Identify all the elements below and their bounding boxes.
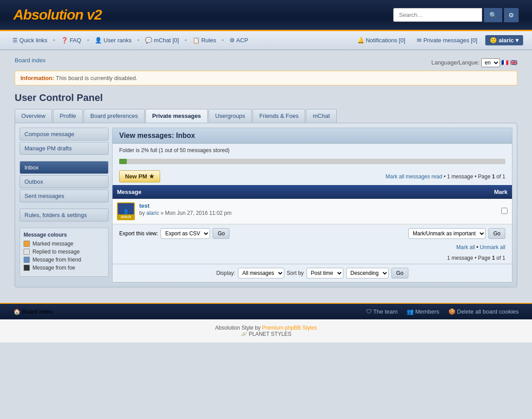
sidebar: Compose message Manage PM drafts Inbox O… [20, 128, 109, 282]
mark-all-read-link[interactable]: Mark all messages read [386, 173, 442, 180]
footer-team-link[interactable]: 🛡 The team [366, 308, 398, 315]
footer-delete-cookies-link[interactable]: 🍪 Delete all board cookies [448, 308, 519, 315]
inner-panel: View messages: Inbox Folder is 2% full (… [112, 128, 512, 282]
replied-label: Replied to message [32, 249, 80, 255]
rules-folders-link[interactable]: Rules, folders & settings [20, 209, 109, 222]
footer-board-index-link[interactable]: 🏠 Board index [13, 308, 53, 315]
sort-label: Sort by [287, 270, 304, 276]
view-header: View messages: Inbox [113, 128, 512, 144]
mark-go-button[interactable]: Go [488, 228, 505, 239]
nav-item-userranks[interactable]: 👤 User ranks [91, 35, 135, 46]
msg-count-bottom: 1 message • Page 1 of 1 [113, 252, 512, 264]
nav-notifications[interactable]: 🔔 Notifications [0] [354, 35, 409, 46]
navbar: ☰ Quick links • ❓ FAQ • 👤 User ranks • 💬… [0, 31, 532, 50]
tabs: Overview Profile Board preferences Priva… [15, 109, 517, 123]
flag-gb-icon: 🇬🇧 [510, 59, 517, 66]
col-mark: Mark [485, 185, 512, 199]
pm-toolbar: New PM ★ Mark all messages read • 1 mess… [113, 168, 512, 185]
mark-controls: Mark/Unmark as important Go [408, 228, 505, 239]
message-by: by alaric » Mon Jun 27, 2016 11:02 pm [139, 210, 231, 216]
export-select[interactable]: Export as CSV [161, 228, 210, 239]
message-subject: test [139, 202, 231, 209]
author-link[interactable]: alaric [146, 210, 159, 216]
tab-friends-foes[interactable]: Friends & Foes [253, 109, 305, 123]
friend-swatch [24, 257, 30, 263]
footer-members-link[interactable]: 👥 Members [407, 308, 439, 315]
search-input[interactable] [393, 8, 482, 22]
logo-version: v2 [87, 7, 102, 23]
mark-unmark-select[interactable]: Mark/Unmark as important [408, 228, 486, 239]
manage-drafts-link[interactable]: Manage PM drafts [20, 142, 109, 155]
message-subject-link[interactable]: test [139, 202, 149, 209]
tab-board-preferences[interactable]: Board preferences [84, 109, 145, 123]
colour-foe: Message from foe [24, 265, 105, 271]
search-advanced-button[interactable]: ⚙ [504, 8, 519, 22]
nav-item-quicklinks[interactable]: ☰ Quick links [9, 35, 51, 46]
team-icon: 🛡 [366, 308, 372, 315]
search-button[interactable]: 🔍 [484, 8, 502, 22]
export-controls: Export this view: Export as CSV Go [119, 228, 230, 239]
gold-badge: GOLD [118, 214, 134, 219]
tab-private-messages[interactable]: Private messages [145, 109, 208, 123]
sidebar-folders: Inbox Outbox Sent messages [20, 161, 109, 202]
friend-label: Message from friend [32, 257, 81, 263]
new-pm-label: New PM [125, 173, 147, 180]
tab-mchat[interactable]: mChat [306, 109, 336, 123]
lang-select[interactable]: en [481, 58, 500, 67]
message-info: test by alaric » Mon Jun 27, 2016 11:02 … [139, 202, 231, 216]
view-title: View messages: Inbox [119, 132, 195, 139]
footer-members-label: Members [415, 308, 439, 315]
export-label: Export this view: [119, 230, 158, 237]
msg-colours-title: Message colours [24, 232, 105, 238]
outbox-link[interactable]: Outbox [20, 175, 109, 188]
display-select[interactable]: All messages [238, 268, 284, 278]
foe-swatch [24, 265, 30, 271]
marked-swatch [24, 241, 30, 247]
progress-bar-wrap [119, 159, 505, 164]
order-select[interactable]: Descending [346, 268, 389, 278]
logo-main: Absolution [13, 7, 83, 23]
mark-checkbox[interactable] [501, 208, 508, 214]
table-header-row: Message Mark [113, 185, 512, 199]
table-row: 👤 GOLD test by alaric » Mon Jun 27 [113, 199, 512, 224]
inbox-link[interactable]: Inbox [20, 161, 109, 174]
user-menu[interactable]: 🙂 alaric ▾ [485, 35, 523, 45]
nav-item-mchat[interactable]: 💬 mChat [0] [141, 35, 182, 46]
language-selector: Language/Langue: en 🇫🇷 🇬🇧 [431, 58, 517, 67]
tab-overview[interactable]: Overview [15, 109, 52, 123]
folder-info: Folder is 2% full (1 out of 50 messages … [113, 144, 512, 157]
display-go-button[interactable]: Go [391, 268, 408, 278]
mark-all-link[interactable]: Mark all [456, 244, 475, 250]
footer-bottom: Absolution Style by Premium phpBB Styles… [0, 319, 532, 342]
style-by-label: Absolution Style by [215, 325, 261, 331]
search-area: 🔍 ⚙ [393, 8, 519, 22]
premium-styles-link[interactable]: Premium phpBB Styles [262, 325, 317, 331]
page-title: User Control Panel [15, 92, 517, 104]
nav-item-faq[interactable]: ❓ FAQ [57, 35, 85, 46]
sort-select[interactable]: Post time [306, 268, 343, 278]
tab-profile[interactable]: Profile [53, 109, 83, 123]
footer-team-label: The team [373, 308, 398, 315]
cookie-icon: 🍪 [448, 308, 455, 315]
new-pm-button[interactable]: New PM ★ [119, 170, 160, 182]
message-main: View messages: Inbox Folder is 2% full (… [112, 128, 512, 282]
username-label: alaric [499, 37, 514, 44]
foe-label: Message from foe [32, 265, 75, 271]
message-colours: Message colours Marked message Replied t… [20, 228, 109, 277]
colour-friend: Message from friend [24, 257, 105, 263]
export-go-button[interactable]: Go [213, 228, 230, 239]
footer-right: 🛡 The team 👥 Members 🍪 Delete all board … [366, 308, 519, 315]
info-box: Information: This board is currently dis… [15, 71, 517, 85]
info-prefix: Information: [20, 75, 54, 81]
logo[interactable]: Absolution v2 [13, 7, 102, 23]
sent-messages-link[interactable]: Sent messages [20, 189, 109, 202]
nav-item-rules[interactable]: 📋 Rules [189, 35, 220, 46]
breadcrumb-link[interactable]: Board index [15, 57, 45, 64]
nav-private-messages[interactable]: ✉ Private messages [0] [413, 35, 481, 46]
unmark-all-link[interactable]: Unmark all [480, 244, 505, 250]
compose-message-link[interactable]: Compose message [20, 128, 109, 141]
nav-item-acp[interactable]: ⚙ ACP [226, 35, 252, 46]
flag-fr-icon: 🇫🇷 [501, 59, 508, 66]
tab-usergroups[interactable]: Usergroups [209, 109, 252, 123]
panel: Compose message Manage PM drafts Inbox O… [15, 123, 517, 287]
